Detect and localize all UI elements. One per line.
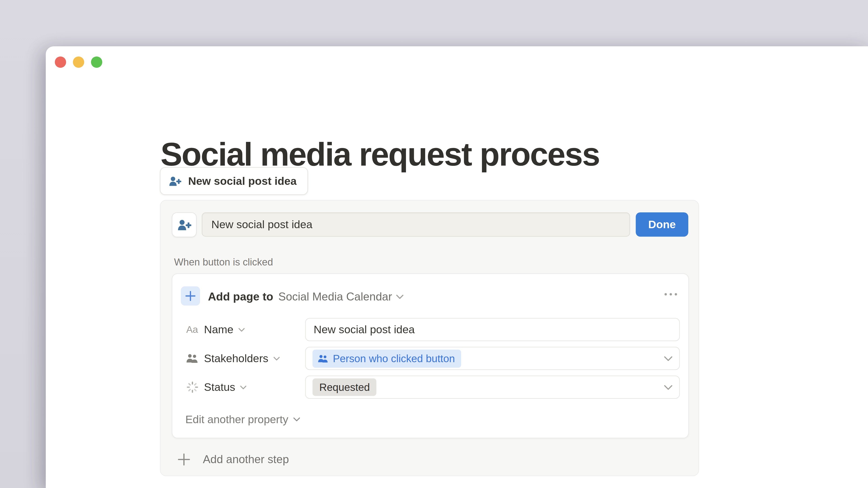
property-label: Status bbox=[204, 381, 235, 394]
add-another-step-button[interactable]: Add another step bbox=[178, 447, 289, 472]
trigger-label: When button is clicked bbox=[174, 256, 273, 268]
plus-icon bbox=[178, 453, 191, 466]
property-stakeholders-button[interactable]: Stakeholders bbox=[185, 352, 305, 365]
status-icon bbox=[185, 381, 199, 393]
person-plus-icon bbox=[177, 218, 192, 231]
people-icon bbox=[318, 354, 329, 363]
step-menu-button[interactable] bbox=[664, 291, 678, 298]
text-icon: Aa bbox=[185, 324, 199, 335]
new-social-post-button-label: New social post idea bbox=[188, 175, 297, 188]
person-tag-label: Person who clicked button bbox=[333, 352, 455, 365]
property-name-button[interactable]: Aa Name bbox=[185, 323, 305, 336]
chevron-down-icon bbox=[664, 356, 673, 361]
add-another-step-label: Add another step bbox=[203, 453, 289, 466]
new-social-post-button[interactable]: New social post idea bbox=[160, 167, 308, 195]
status-tag: Requested bbox=[313, 379, 377, 396]
chevron-down-icon bbox=[293, 417, 300, 422]
edit-another-property-button[interactable]: Edit another property bbox=[185, 413, 300, 426]
property-row-status: Status Requested bbox=[185, 376, 680, 399]
chevron-down-icon bbox=[274, 356, 280, 361]
property-status-button[interactable]: Status bbox=[185, 381, 305, 394]
ellipsis-icon bbox=[664, 293, 678, 296]
status-value-dropdown[interactable]: Requested bbox=[305, 376, 680, 399]
name-value-field[interactable] bbox=[305, 318, 680, 341]
desktop: Social media request process New social … bbox=[0, 0, 868, 488]
button-editor-panel: Done When button is clicked Add page to … bbox=[160, 200, 699, 476]
step-action-label: Add page to bbox=[208, 290, 273, 303]
chevron-down-icon bbox=[396, 294, 403, 300]
people-icon bbox=[185, 353, 199, 364]
step-header: Add page to Social Media Calendar bbox=[208, 289, 403, 304]
plus-icon bbox=[185, 290, 196, 302]
button-name-input[interactable] bbox=[202, 213, 630, 237]
button-icon-tile[interactable] bbox=[172, 213, 197, 237]
property-row-stakeholders: Stakeholders bbox=[185, 347, 680, 370]
add-page-action-icon-box[interactable] bbox=[181, 287, 200, 306]
chevron-down-icon bbox=[664, 384, 673, 390]
property-row-name: Aa Name bbox=[185, 318, 680, 341]
property-label: Stakeholders bbox=[204, 352, 269, 365]
done-button[interactable]: Done bbox=[636, 213, 688, 237]
target-database-picker[interactable]: Social Media Calendar bbox=[278, 290, 403, 303]
person-tag: Person who clicked button bbox=[313, 349, 461, 367]
person-plus-icon bbox=[168, 174, 182, 188]
chevron-down-icon bbox=[240, 385, 247, 390]
app-window: Social media request process New social … bbox=[46, 46, 868, 488]
chevron-down-icon bbox=[239, 327, 245, 332]
minimize-button[interactable] bbox=[73, 57, 84, 68]
automation-step-card: Add page to Social Media Calendar bbox=[172, 273, 689, 438]
target-database-name: Social Media Calendar bbox=[278, 290, 392, 303]
property-label: Name bbox=[204, 323, 234, 336]
zoom-button[interactable] bbox=[91, 57, 102, 68]
stakeholders-value-dropdown[interactable]: Person who clicked button bbox=[305, 347, 680, 370]
edit-another-property-label: Edit another property bbox=[185, 413, 288, 426]
close-button[interactable] bbox=[55, 57, 66, 68]
name-value-input[interactable] bbox=[313, 323, 673, 336]
property-rows: Aa Name bbox=[185, 318, 680, 404]
